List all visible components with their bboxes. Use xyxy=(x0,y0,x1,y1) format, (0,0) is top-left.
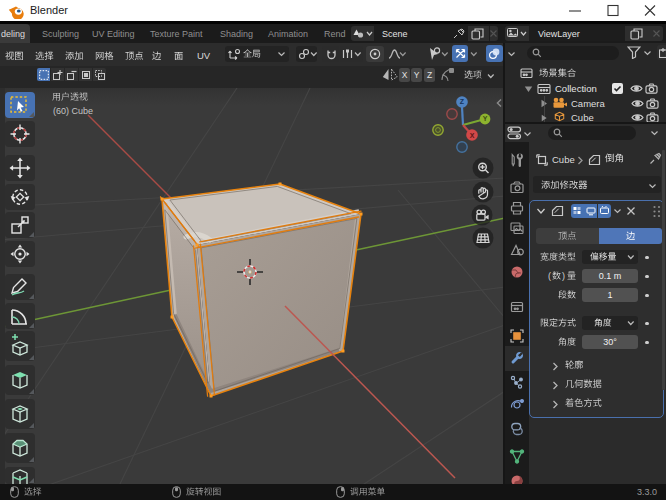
svg-text:Z: Z xyxy=(460,98,465,105)
svg-text:Y: Y xyxy=(483,115,488,122)
svg-text:X: X xyxy=(470,132,475,139)
